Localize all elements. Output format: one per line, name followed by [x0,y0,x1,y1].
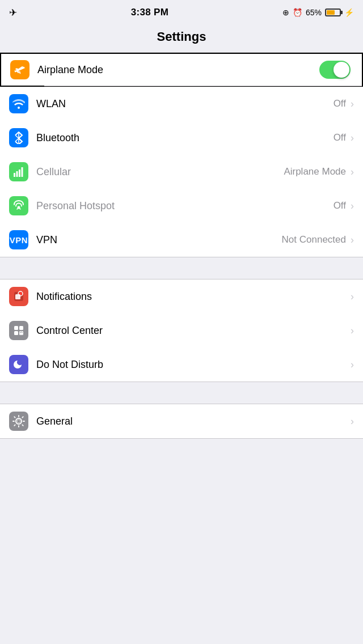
svg-point-22 [18,420,20,423]
svg-rect-19 [20,333,23,334]
gear-icon [9,412,28,431]
bluetooth-chevron: › [351,132,354,144]
vpn-row[interactable]: VPN VPN Not Connected › [0,223,363,257]
vpn-icon: VPN [9,230,28,249]
airplane-mode-indicator: ✈ [9,7,17,19]
system-section: Notifications › Control Center › Do Not … [0,279,363,382]
notifications-chevron: › [351,291,354,303]
vpn-chevron: › [351,234,354,246]
general-row[interactable]: General › [0,404,363,438]
status-right: ⊕ ⏰ 65% ⚡ [282,8,354,17]
svg-rect-12 [15,294,20,299]
airplane-mode-label: Airplane Mode [37,64,319,76]
cellular-row[interactable]: Cellular Airplane Mode › [0,155,363,189]
svg-rect-14 [19,326,23,330]
airplane-icon [10,60,29,79]
cellular-chevron: › [351,166,354,178]
svg-rect-5 [16,171,18,177]
control-center-row[interactable]: Control Center › [0,313,363,348]
section-gap-2 [0,382,363,404]
do-not-disturb-chevron: › [351,359,354,371]
general-section: General › [0,404,363,439]
notifications-label: Notifications [36,291,351,303]
personal-hotspot-value: Off [334,200,346,211]
battery-percent: 65% [306,8,322,17]
svg-rect-4 [14,173,15,177]
bluetooth-label: Bluetooth [36,132,334,144]
wlan-label: WLAN [36,98,334,110]
personal-hotspot-row[interactable]: Personal Hotspot Off › [0,189,363,223]
svg-rect-7 [22,167,23,177]
general-label: General [36,416,351,427]
control-center-label: Control Center [36,325,351,337]
alarm-icon: ⏰ [293,8,302,17]
charging-icon: ⚡ [344,8,354,17]
airplane-mode-row[interactable]: Airplane Mode [0,53,363,87]
svg-rect-13 [14,326,18,330]
control-center-icon [9,321,28,340]
do-not-disturb-label: Do Not Disturb [36,359,351,371]
svg-line-3 [15,142,19,145]
do-not-disturb-row[interactable]: Do Not Disturb › [0,348,363,382]
wlan-value: Off [334,98,346,109]
personal-hotspot-label: Personal Hotspot [36,200,334,212]
bluetooth-icon [9,128,28,147]
svg-line-0 [15,135,19,139]
moon-icon [9,355,28,374]
svg-line-1 [15,138,19,142]
svg-rect-6 [19,170,20,177]
hotspot-icon [9,196,28,215]
status-time: 3:38 PM [131,7,168,18]
page-title: Settings [0,25,363,52]
network-section: Airplane Mode WLAN Off › [0,52,363,257]
wlan-row[interactable]: WLAN Off › [0,87,363,121]
wlan-chevron: › [351,98,354,110]
general-chevron: › [351,416,354,427]
bluetooth-row[interactable]: Bluetooth Off › [0,121,363,155]
status-bar: ✈ 3:38 PM ⊕ ⏰ 65% ⚡ [0,0,363,25]
svg-line-2 [15,132,19,135]
cellular-value: Airplane Mode [284,166,346,177]
battery-icon [325,9,341,16]
toggle-knob [334,62,349,78]
airplane-mode-toggle[interactable] [319,61,351,79]
control-center-chevron: › [351,325,354,337]
personal-hotspot-chevron: › [351,200,354,212]
notifications-icon [9,287,28,306]
section-gap-1 [0,257,363,279]
cellular-icon [9,162,28,181]
cellular-label: Cellular [36,166,284,178]
notifications-row[interactable]: Notifications › [0,279,363,313]
wifi-icon [9,94,28,113]
vpn-label: VPN [36,234,282,246]
screen-lock-icon: ⊕ [282,8,289,17]
bluetooth-value: Off [334,132,346,143]
vpn-value: Not Connected [282,234,346,245]
svg-rect-15 [14,331,18,335]
